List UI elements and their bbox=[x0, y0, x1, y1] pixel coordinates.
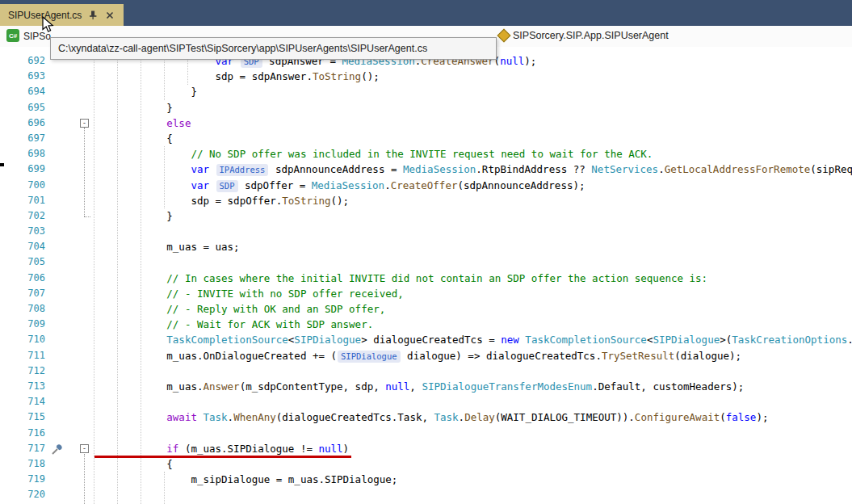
code-line[interactable]: 713 m_uas.Answer(m_sdpContentType, sdp, … bbox=[0, 379, 852, 394]
close-icon[interactable] bbox=[104, 10, 115, 21]
editor[interactable]: 692 var SDP sdpAnswer = MediaSession.Cre… bbox=[0, 47, 852, 504]
code-line[interactable]: 702 } bbox=[0, 208, 852, 224]
code-line[interactable]: 719 m_sipDialogue = m_uas.SIPDialogue; bbox=[0, 472, 852, 487]
line-number: 710 bbox=[0, 332, 45, 347]
code-text: // In cases where the initial INVITE did… bbox=[45, 271, 707, 286]
line-number: 701 bbox=[0, 193, 45, 208]
code-line[interactable]: 705 bbox=[0, 254, 852, 270]
code-token: ); bbox=[524, 55, 536, 67]
code-token: . bbox=[459, 411, 465, 423]
code-token: // In cases where the initial INVITE did… bbox=[166, 272, 707, 284]
code-line[interactable]: 706 // In cases where the initial INVITE… bbox=[0, 271, 852, 286]
code-text bbox=[45, 363, 94, 379]
code-line[interactable]: 711 m_uas.OnDialogueCreated += (SIPDialo… bbox=[0, 348, 852, 363]
code-token: >( bbox=[720, 334, 732, 346]
code-line[interactable]: 717 if (m_uas.SIPDialogue != null) bbox=[0, 441, 852, 456]
code-text: } bbox=[45, 208, 173, 224]
code-token: GetLocalAddressForRemote bbox=[665, 163, 811, 175]
code-token: > dialogueCreatedTcs = bbox=[361, 334, 501, 346]
code-line[interactable]: 704 m_uas = uas; bbox=[0, 239, 852, 254]
line-number: 695 bbox=[0, 100, 45, 116]
code-token: ( bbox=[720, 411, 726, 423]
document-tab[interactable]: SIPUserAgent.cs bbox=[0, 4, 124, 26]
line-number: 706 bbox=[0, 271, 45, 286]
line-number: 711 bbox=[0, 348, 45, 363]
fold-toggle[interactable]: - bbox=[80, 444, 89, 453]
code-token: (m_sdpContentType, sdp, bbox=[240, 380, 386, 393]
code-token: Task bbox=[434, 411, 458, 423]
code-token: new bbox=[501, 334, 519, 346]
code-token: CreateOffer bbox=[391, 179, 458, 191]
code-token: (dialogue); bbox=[674, 350, 741, 362]
code-token: (WAIT_DIALOG_TIMEOUT)). bbox=[495, 411, 635, 423]
code-token: } bbox=[166, 210, 173, 222]
code-text: m_uas.OnDialogueCreated += (SIPDialogue … bbox=[45, 348, 741, 363]
code-line[interactable]: 715 await Task.WhenAny(dialogueCreatedTc… bbox=[0, 410, 852, 425]
line-number: 714 bbox=[0, 394, 45, 410]
code-line[interactable]: 700 var SDP sdpOffer = MediaSession.Crea… bbox=[0, 178, 852, 193]
line-number: 715 bbox=[0, 410, 45, 425]
code-text: } bbox=[45, 84, 197, 99]
code-text bbox=[45, 394, 94, 410]
code-line[interactable]: 699 var IPAddress sdpAnnounceAddress = M… bbox=[0, 162, 852, 177]
code-line[interactable]: 720 bbox=[0, 487, 852, 502]
code-line[interactable]: 697 { bbox=[0, 131, 852, 146]
code-token: (sipRequest bbox=[810, 163, 852, 175]
code-line[interactable]: 712 bbox=[0, 363, 852, 379]
code-token: .RtpBindAddress ?? bbox=[476, 163, 591, 175]
code-line[interactable]: 709 // - Wait for ACK with SDP answer. bbox=[0, 317, 852, 332]
code-token: var bbox=[191, 179, 215, 191]
code-line[interactable]: 693 sdp = sdpAnswer.ToString(); bbox=[0, 69, 852, 84]
code-token: null bbox=[500, 55, 524, 67]
code-line[interactable]: 701 sdp = sdpOffer.ToString(); bbox=[0, 193, 852, 208]
class-icon bbox=[497, 29, 511, 43]
code-token: . bbox=[228, 411, 234, 423]
code-text: m_uas = uas; bbox=[45, 239, 240, 254]
code-line[interactable]: 718 { bbox=[0, 456, 852, 472]
code-text bbox=[45, 254, 94, 270]
code-text: await Task.WhenAny(dialogueCreatedTcs.Ta… bbox=[45, 410, 768, 425]
code-text: else bbox=[45, 116, 191, 131]
line-number: 720 bbox=[0, 487, 45, 502]
line-number: 716 bbox=[0, 426, 45, 441]
code-token: m_uas. bbox=[166, 380, 203, 393]
type-dropdown[interactable]: SIPSorcery.SIP.App.SIPUserAgent bbox=[499, 30, 669, 41]
line-number: 693 bbox=[0, 69, 45, 84]
line-number: 718 bbox=[0, 456, 45, 472]
tooltip-text: C:\xyndata\zz-call-agent\SIPTest\SipSorc… bbox=[58, 43, 427, 54]
code-token: . bbox=[384, 179, 391, 191]
inline-type-hint: SDP bbox=[216, 180, 238, 192]
code-token: (dialogueCreatedTcs.Task, bbox=[276, 411, 434, 423]
code-token: if bbox=[166, 443, 178, 455]
code-token: sdp = sdpOffer. bbox=[191, 195, 282, 207]
code-line[interactable]: 708 // - Reply with OK and an SDP offer, bbox=[0, 301, 852, 317]
quick-actions-icon[interactable] bbox=[51, 443, 64, 456]
code-token: ); bbox=[756, 411, 768, 423]
code-token: TaskCreationOptions bbox=[732, 334, 847, 346]
code-token: MediaSession bbox=[312, 179, 384, 191]
code-text: { bbox=[45, 131, 173, 146]
code-token: (m_uas.SIPDialogue != bbox=[178, 443, 318, 455]
code-line[interactable]: 694 } bbox=[0, 84, 852, 99]
code-token: m_uas.OnDialogueCreated += ( bbox=[166, 350, 337, 362]
code-line[interactable]: 698 // No SDP offer was included in the … bbox=[0, 146, 852, 162]
code-line[interactable]: 716 bbox=[0, 426, 852, 441]
code-token: TaskCompletionSource bbox=[525, 334, 647, 346]
code-token: Delay bbox=[464, 411, 495, 423]
code-line[interactable]: 703 bbox=[0, 224, 852, 239]
code-line[interactable]: 696 else bbox=[0, 116, 852, 131]
code-line[interactable]: 695 } bbox=[0, 100, 852, 116]
code-token: ToString bbox=[282, 195, 330, 207]
fold-toggle[interactable]: - bbox=[80, 119, 89, 128]
pin-icon[interactable] bbox=[87, 10, 99, 21]
code-line[interactable]: 710 TaskCompletionSource<SIPDialogue> di… bbox=[0, 332, 852, 347]
code-token: false bbox=[726, 411, 757, 423]
code-token: { bbox=[166, 458, 173, 470]
code-line[interactable]: 714 bbox=[0, 394, 852, 410]
code-token: ) bbox=[343, 443, 350, 455]
code-text: m_uas.Answer(m_sdpContentType, sdp, null… bbox=[45, 379, 744, 394]
code-text bbox=[45, 426, 94, 441]
line-number: 707 bbox=[0, 286, 45, 301]
code-line[interactable]: 707 // - INVITE with no SDP offer receiv… bbox=[0, 286, 852, 301]
csharp-project-icon: C# bbox=[6, 29, 19, 42]
